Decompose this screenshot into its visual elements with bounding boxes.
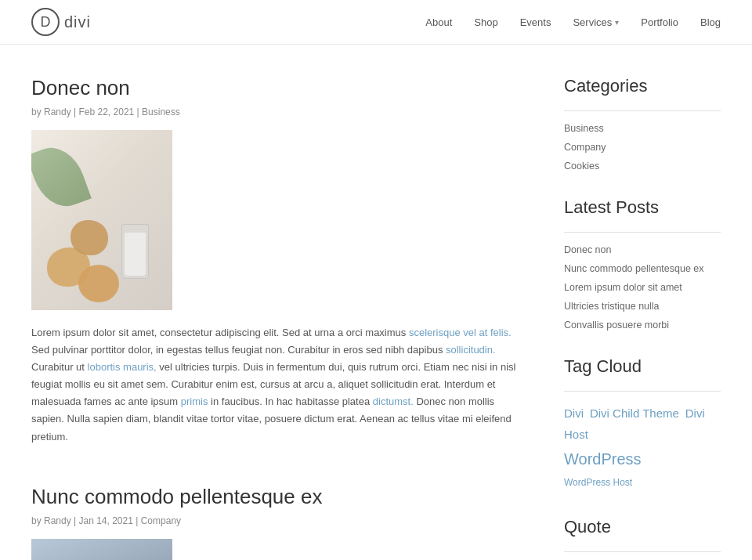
post-2: Nunc commodo pellentesque ex by Randy | … xyxy=(31,485,517,560)
categories-divider xyxy=(564,110,721,111)
tag-divi-child-theme[interactable]: Divi Child Theme xyxy=(590,406,679,420)
latest-post-2[interactable]: Nunc commodo pellentesque ex xyxy=(564,263,704,274)
tag-cloud-content: Divi Divi Child Theme Divi Host WordPres… xyxy=(564,403,721,492)
sidebar-categories: Categories Business Company Cookies xyxy=(564,76,721,172)
quote-title: Quote xyxy=(564,517,721,537)
category-company[interactable]: Company xyxy=(564,142,606,153)
post-1-author-link[interactable]: Randy xyxy=(44,107,71,117)
milk-decoration xyxy=(125,233,146,276)
post-1-excerpt-link5[interactable]: dictumst. xyxy=(373,396,414,407)
list-item: Business xyxy=(564,122,721,135)
latest-posts-list: Donec non Nunc commodo pellentesque ex L… xyxy=(564,244,721,331)
tag-cloud-title: Tag Cloud xyxy=(564,356,721,377)
post-1-date: Feb 22, 2021 xyxy=(79,107,135,117)
cookie3-decoration xyxy=(78,265,119,302)
list-item: Convallis posuere morbi xyxy=(564,319,721,331)
list-item: Company xyxy=(564,141,721,154)
nav-portfolio[interactable]: Portfolio xyxy=(641,16,678,28)
list-item: Lorem ipsum dolor sit amet xyxy=(564,281,721,294)
post-2-image-bg xyxy=(31,539,172,560)
latest-post-4[interactable]: Ultricies tristique nulla xyxy=(564,301,660,312)
logo-name: divi xyxy=(64,13,91,31)
category-cookies[interactable]: Cookies xyxy=(564,161,599,172)
glass-decoration xyxy=(121,224,149,279)
post-1-excerpt-link4[interactable]: primis xyxy=(181,396,208,407)
tag-wordpress-host: WordPress Host xyxy=(564,475,721,492)
sidebar-latest-posts: Latest Posts Donec non Nunc commodo pell… xyxy=(564,197,721,331)
post-2-image xyxy=(31,539,172,560)
post-1-title: Donec non xyxy=(31,76,517,100)
site-logo[interactable]: D divi xyxy=(31,8,91,36)
post-1-excerpt-link2[interactable]: sollicitudin. xyxy=(446,344,496,356)
post-2-date: Jan 14, 2021 xyxy=(79,515,133,526)
quote-divider xyxy=(564,551,721,552)
list-item: Nunc commodo pellentesque ex xyxy=(564,262,721,275)
page-container: Donec non by Randy | Feb 22, 2021 | Busi… xyxy=(0,45,752,560)
tag-cloud-divider xyxy=(564,391,721,392)
list-item: Ultricies tristique nulla xyxy=(564,300,721,313)
sidebar-quote: Quote This is a Quote xyxy=(564,517,721,560)
latest-post-3[interactable]: Lorem ipsum dolor sit amet xyxy=(564,282,682,293)
post-1-excerpt-link3[interactable]: lobortis mauris, xyxy=(88,361,157,373)
latest-post-1[interactable]: Donec non xyxy=(564,244,611,255)
post-2-author-link[interactable]: Randy xyxy=(44,515,71,526)
post-1-image-bg xyxy=(31,130,172,310)
nav-events[interactable]: Events xyxy=(520,16,551,28)
categories-list: Business Company Cookies xyxy=(564,122,721,172)
post-1-excerpt: Lorem ipsum dolor sit amet, consectetur … xyxy=(31,324,517,446)
list-item: Donec non xyxy=(564,244,721,256)
sidebar-tag-cloud: Tag Cloud Divi Divi Child Theme Divi Hos… xyxy=(564,356,721,492)
leaf-decoration xyxy=(31,139,92,215)
post-2-meta: by Randy | Jan 14, 2021 | Company xyxy=(31,515,517,526)
site-header: D divi About Shop Events Services ▾ Port… xyxy=(0,0,752,45)
tag-wordpress-host-link[interactable]: WordPress Host xyxy=(564,477,632,488)
post-1-title-link[interactable]: Donec non xyxy=(31,76,130,99)
categories-title: Categories xyxy=(564,76,721,96)
nav-services-wrapper: Services ▾ xyxy=(573,16,619,28)
post-1-category-link[interactable]: Business xyxy=(142,107,180,117)
list-item: Cookies xyxy=(564,160,721,172)
post-1: Donec non by Randy | Feb 22, 2021 | Busi… xyxy=(31,76,517,446)
main-nav: About Shop Events Services ▾ Portfolio B… xyxy=(425,16,721,28)
chevron-down-icon: ▾ xyxy=(615,18,619,27)
post-1-excerpt-link1[interactable]: scelerisque vel at felis. xyxy=(409,327,512,338)
post-1-image xyxy=(31,130,172,310)
latest-posts-divider xyxy=(564,232,721,233)
logo-icon: D xyxy=(31,8,60,36)
latest-posts-title: Latest Posts xyxy=(564,197,721,218)
latest-post-5[interactable]: Convallis posuere morbi xyxy=(564,320,669,331)
nav-about[interactable]: About xyxy=(425,16,452,28)
cookie2-decoration xyxy=(70,220,108,255)
main-content: Donec non by Randy | Feb 22, 2021 | Busi… xyxy=(31,76,517,560)
post-2-category-link[interactable]: Company xyxy=(141,515,181,526)
post-2-title-link[interactable]: Nunc commodo pellentesque ex xyxy=(31,485,322,508)
post-1-meta: by Randy | Feb 22, 2021 | Business xyxy=(31,107,517,117)
nav-shop[interactable]: Shop xyxy=(474,16,497,28)
tag-divi[interactable]: Divi xyxy=(564,406,584,420)
nav-services[interactable]: Services xyxy=(573,16,612,28)
nav-blog[interactable]: Blog xyxy=(700,16,721,28)
post-2-title: Nunc commodo pellentesque ex xyxy=(31,485,517,509)
sidebar: Categories Business Company Cookies Late… xyxy=(564,76,721,560)
tag-wordpress[interactable]: WordPress xyxy=(564,450,642,468)
category-business[interactable]: Business xyxy=(564,123,604,134)
